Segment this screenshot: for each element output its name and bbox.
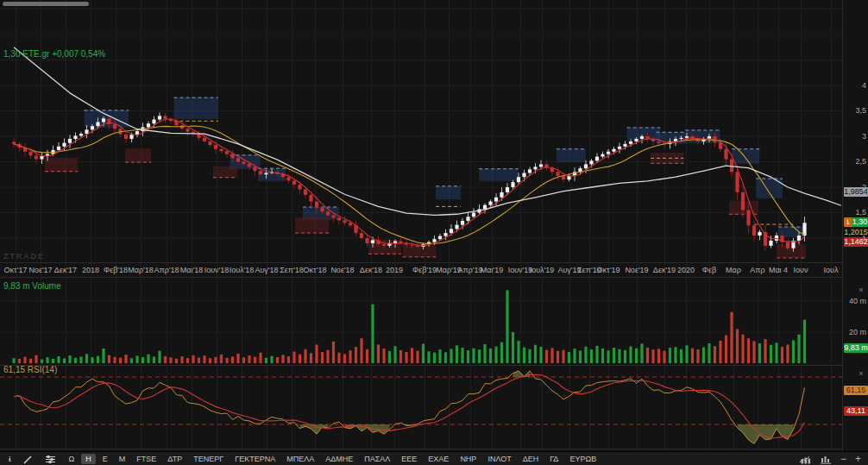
time-tick: Νοε'17 xyxy=(28,266,52,274)
pane-separators xyxy=(0,366,842,449)
price-tick: 20 m xyxy=(849,328,866,336)
symbol-button-Η[interactable]: Η xyxy=(81,454,96,464)
support-zones-layer xyxy=(45,148,806,258)
ticker-overlay: 1,30 ETE.gr +0,007 0,54% xyxy=(3,49,105,59)
symbol-button-ΕΥΡΩΒ[interactable]: ΕΥΡΩΒ xyxy=(565,454,601,464)
symbol-button-ΠΑΣΑΛ[interactable]: ΠΑΣΑΛ xyxy=(360,454,394,464)
rsi-signal-value-label: 43,11 xyxy=(844,406,868,416)
time-tick: 2020 xyxy=(677,266,695,274)
volume-pane-title: 9,83 m Volume xyxy=(3,281,61,291)
rsi-pane-title: 61,15 RSI(14) xyxy=(3,365,57,374)
symbol-button-Ε[interactable]: Ε xyxy=(98,454,112,464)
time-tick: Μαι'19 xyxy=(481,266,503,274)
chart-canvas[interactable] xyxy=(0,0,842,451)
watermark: ZTRADE xyxy=(3,252,45,261)
zoom-in-button[interactable]: + xyxy=(855,454,861,464)
time-tick: Νοε'18 xyxy=(330,266,354,274)
time-tick: Δεκ'17 xyxy=(54,266,77,274)
symbol-button-row: ΩΗΕΜFTSEΔΤΡΤΕΝΕΡΓΓΕΚΤΕΡΝΑΜΠΕΛΑΑΔΜΗΕΠΑΣΑΛ… xyxy=(65,454,601,464)
rsi-value-label: 61,15 xyxy=(844,386,868,395)
symbol-button-Ω[interactable]: Ω xyxy=(65,454,79,464)
symbol-button-FTSE[interactable]: FTSE xyxy=(132,454,160,464)
price-tick: 3 xyxy=(862,132,866,141)
time-tick: Μαρ'18 xyxy=(128,266,154,274)
symbol-button-ΓΕΚΤΕΡΝΑ[interactable]: ΓΕΚΤΕΡΝΑ xyxy=(230,454,280,464)
time-tick: Σεπ'18 xyxy=(280,266,304,274)
price-tick: 2,5 xyxy=(855,157,866,166)
volume-value-label: 9,83 m xyxy=(844,343,868,353)
grid-layer xyxy=(0,0,842,449)
time-tick: Οκτ'17 xyxy=(4,266,28,274)
time-tick: Ιουν xyxy=(794,266,808,274)
resistance-zones-layer xyxy=(85,97,807,237)
price-tick: 1 xyxy=(862,234,866,242)
time-tick: Φεβ xyxy=(702,266,716,274)
rsi-pane-close-icon[interactable]: × xyxy=(857,369,865,378)
time-tick: Απρ xyxy=(750,266,764,274)
time-tick: Μαι 4 xyxy=(769,266,788,274)
time-tick: Απρ'18 xyxy=(154,266,179,274)
time-tick: 2018 xyxy=(82,266,99,274)
symbol-button-ΑΔΜΗΕ[interactable]: ΑΔΜΗΕ xyxy=(321,454,357,464)
price-tick: 1,5 xyxy=(855,208,866,217)
time-tick: Οκτ'19 xyxy=(597,266,620,274)
time-tick: Ιουλ'19 xyxy=(530,266,555,274)
price-axis[interactable]: 1,9854 1 1,30 1,2015 1,1462 9,83 m 61,15… xyxy=(842,0,868,451)
time-tick: Μαρ xyxy=(726,266,741,274)
volume-bars-icon[interactable] xyxy=(820,455,832,464)
time-axis[interactable]: Οκτ'17Νοε'17Δεκ'172018Φεβ'18Μαρ'18Απρ'18… xyxy=(0,262,842,278)
time-tick: Μαι'18 xyxy=(180,266,203,274)
rsi-layer xyxy=(0,371,842,444)
time-tick: Δεκ'19 xyxy=(653,266,676,274)
time-tick: Δεκ'18 xyxy=(360,266,382,274)
time-tick: Ιουν'18 xyxy=(204,266,230,274)
info-icon[interactable]: i xyxy=(9,455,11,463)
price-tick: 4 xyxy=(862,81,866,90)
zoom-out-button[interactable]: − xyxy=(840,454,846,464)
price-tick: 3,5 xyxy=(855,106,866,115)
symbol-button-ΕΧΑΕ[interactable]: ΕΧΑΕ xyxy=(424,454,453,464)
symbol-button-ΜΠΕΛΑ[interactable]: ΜΠΕΛΑ xyxy=(282,454,318,464)
indicators-list-icon[interactable] xyxy=(45,455,56,464)
countdown-label: 1 xyxy=(844,217,852,227)
symbol-button-ΔΕΗ[interactable]: ΔΕΗ xyxy=(519,454,544,464)
price-tick: 40 m xyxy=(849,297,866,305)
moving-averages-layer xyxy=(14,47,841,246)
symbol-button-ΙΝΛΟΤ[interactable]: ΙΝΛΟΤ xyxy=(483,454,515,464)
time-tick: Οκτ'18 xyxy=(304,266,327,274)
symbol-button-ΓΔ[interactable]: ΓΔ xyxy=(545,454,563,464)
symbol-button-ΕΕΕ[interactable]: ΕΕΕ xyxy=(397,454,421,464)
time-tick: Αυγ'18 xyxy=(255,266,278,274)
chart-style-icon[interactable] xyxy=(799,455,811,464)
time-tick: 2019 xyxy=(386,266,403,274)
symbol-button-ΝΗΡ[interactable]: ΝΗΡ xyxy=(456,454,481,464)
time-tick: Νοε'19 xyxy=(625,266,648,274)
last-price-label: 1,30 xyxy=(852,217,868,227)
last-price-cluster: 1 1,30 xyxy=(844,217,868,227)
symbol-button-Μ[interactable]: Μ xyxy=(115,454,130,464)
time-tick: Απρ'19 xyxy=(457,266,482,274)
price-tick: 2 xyxy=(862,183,866,192)
time-tick: Ιουλ xyxy=(824,266,839,274)
volume-pane-close-icon[interactable]: × xyxy=(857,286,865,294)
candles-layer xyxy=(12,112,807,251)
time-tick: Φεβ'18 xyxy=(104,266,128,274)
symbol-button-ΔΤΡ[interactable]: ΔΤΡ xyxy=(163,454,186,464)
scroll-indicator[interactable] xyxy=(3,2,89,6)
bottom-toolbar: i ΩΗΕΜFTSEΔΤΡΤΕΝΕΡΓΓΕΚΤΕΡΝΑΜΠΕΛΑΑΔΜΗΕΠΑΣ… xyxy=(0,451,868,465)
draw-pencil-icon[interactable] xyxy=(23,455,33,464)
symbol-button-ΤΕΝΕΡΓ[interactable]: ΤΕΝΕΡΓ xyxy=(189,454,228,464)
trading-app: 1,30 ETE.gr +0,007 0,54% ZTRADE 9,83 m V… xyxy=(0,0,868,465)
time-tick: Φεβ'19 xyxy=(412,266,437,274)
time-tick: Ιουλ'18 xyxy=(230,266,255,274)
